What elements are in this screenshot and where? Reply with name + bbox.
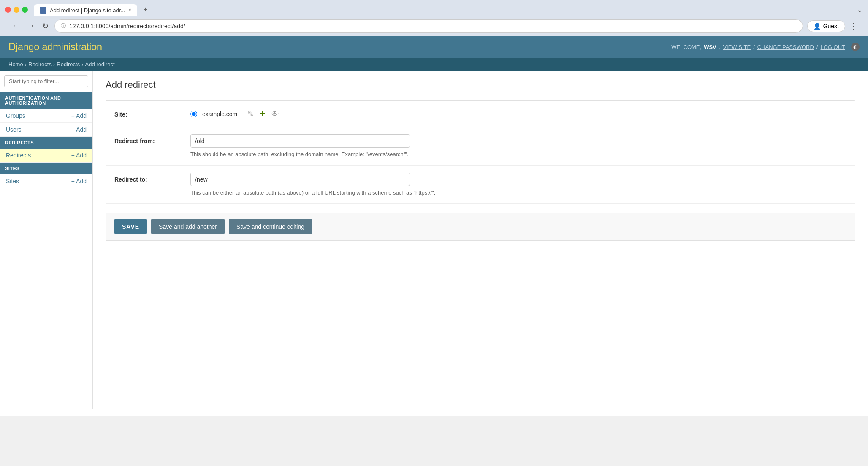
address-bar-row: ← → ↻ ⓘ 127.0.0.1:8000/admin/redirects/r… [5, 19, 863, 36]
breadcrumb-sep-3: › [81, 61, 83, 68]
tab-title: Add redirect | Django site adr... [50, 7, 125, 14]
redirect-to-label: Redirect to: [114, 173, 182, 183]
forward-button[interactable]: → [25, 20, 36, 32]
save-add-another-button[interactable]: Save and add another [151, 219, 225, 234]
admin-user-info: WELCOME, WSV. VIEW SITE / CHANGE PASSWOR… [671, 43, 860, 51]
username: WSV [704, 44, 716, 50]
sidebar: AUTHENTICATION AND AUTHORIZATION Groups … [0, 71, 93, 409]
breadcrumb: Home › Redirects › Redirects › Add redir… [0, 58, 868, 71]
admin-header: Django administration WELCOME, WSV. VIEW… [0, 36, 868, 58]
tab-bar: Add redirect | Django site adr... × + [34, 3, 152, 16]
window-expand-icon[interactable]: ⌄ [857, 5, 863, 14]
breadcrumb-home[interactable]: Home [8, 61, 23, 68]
profile-button[interactable]: 👤 Guest [807, 20, 845, 32]
redirect-from-field: This should be an absolute path, excludi… [190, 134, 846, 159]
sidebar-groups-add-link[interactable]: + Add [71, 112, 87, 119]
close-window-button[interactable] [5, 7, 11, 13]
tab-favicon [40, 7, 46, 14]
sidebar-groups-link[interactable]: Groups [6, 112, 25, 119]
sidebar-filter-input[interactable] [4, 75, 88, 87]
redirect-to-field: This can be either an absolute path (as … [190, 173, 846, 197]
breadcrumb-current: Add redirect [85, 61, 115, 68]
site-field: example.com ✎ + 👁 [190, 108, 846, 120]
redirect-to-input[interactable] [190, 173, 410, 186]
site-label: Site: [114, 108, 182, 118]
redirect-to-help: This can be either an absolute path (as … [190, 189, 444, 197]
redirect-from-label: Redirect from: [114, 134, 182, 144]
tab-close-button[interactable]: × [128, 7, 131, 13]
more-options-button[interactable]: ⋮ [849, 21, 858, 31]
site-view-button[interactable]: 👁 [270, 109, 279, 119]
form-container: Site: example.com ✎ + 👁 [106, 100, 855, 204]
active-tab[interactable]: Add redirect | Django site adr... × [34, 4, 137, 16]
sidebar-section-auth: AUTHENTICATION AND AUTHORIZATION [0, 92, 92, 109]
redirect-from-input[interactable] [190, 134, 410, 148]
sidebar-users-add-link[interactable]: + Add [71, 126, 87, 133]
admin-title: Django administration [8, 41, 102, 53]
change-password-link[interactable]: CHANGE PASSWORD [757, 44, 814, 50]
sidebar-sites-link[interactable]: Sites [6, 178, 19, 184]
traffic-lights [5, 7, 28, 13]
sidebar-section-sites: SITES [0, 163, 92, 174]
redirect-to-row: Redirect to: This can be either an absol… [106, 166, 855, 204]
redirect-from-help: This should be an absolute path, excludi… [190, 150, 444, 159]
save-button[interactable]: SAVE [114, 219, 147, 234]
sidebar-users-link[interactable]: Users [6, 126, 22, 133]
breadcrumb-sep-1: › [25, 61, 27, 68]
breadcrumb-sep-2: › [53, 61, 55, 68]
new-tab-button[interactable]: + [139, 3, 152, 16]
log-out-link[interactable]: LOG OUT [820, 44, 845, 50]
sidebar-item-groups[interactable]: Groups + Add [0, 109, 92, 123]
site-name: example.com [202, 111, 237, 117]
theme-toggle-button[interactable]: ◐ [851, 43, 860, 51]
breadcrumb-redirects-2[interactable]: Redirects [57, 61, 80, 68]
maximize-window-button[interactable] [22, 7, 28, 13]
save-continue-editing-button[interactable]: Save and continue editing [229, 219, 312, 234]
back-button[interactable]: ← [10, 20, 21, 32]
separator-2: / [816, 44, 818, 50]
minimize-window-button[interactable] [14, 7, 19, 13]
redirect-from-row: Redirect from: This should be an absolut… [106, 127, 855, 166]
sidebar-section-redirects: REDIRECTS [0, 137, 92, 149]
url-text: 127.0.0.1:8000/admin/redirects/redirect/… [69, 23, 797, 30]
content-area: Add redirect Site: example.com ✎ + 👁 [93, 71, 868, 409]
refresh-button[interactable]: ↻ [41, 20, 50, 33]
address-bar[interactable]: ⓘ 127.0.0.1:8000/admin/redirects/redirec… [54, 19, 803, 33]
view-site-link[interactable]: VIEW SITE [723, 44, 751, 50]
separator-1: / [753, 44, 755, 50]
security-icon: ⓘ [61, 22, 66, 30]
welcome-text: WELCOME, [671, 44, 701, 50]
browser-chrome: Add redirect | Django site adr... × + ⌄ … [0, 0, 868, 36]
site-add-button[interactable]: + [259, 108, 266, 120]
sidebar-redirects-link[interactable]: Redirects [6, 152, 31, 159]
django-admin: Django administration WELCOME, WSV. VIEW… [0, 36, 868, 416]
profile-icon: 👤 [814, 23, 821, 30]
site-edit-button[interactable]: ✎ [247, 108, 255, 119]
profile-label: Guest [823, 23, 839, 30]
sidebar-filter [0, 71, 92, 92]
site-row-content: example.com ✎ + 👁 [190, 108, 846, 120]
sidebar-item-redirects[interactable]: Redirects + Add [0, 149, 92, 163]
breadcrumb-redirects-1[interactable]: Redirects [28, 61, 52, 68]
sidebar-item-sites[interactable]: Sites + Add [0, 174, 92, 188]
site-field-row: Site: example.com ✎ + 👁 [106, 101, 855, 127]
sidebar-item-users[interactable]: Users + Add [0, 123, 92, 137]
sidebar-sites-add-link[interactable]: + Add [71, 178, 87, 184]
sidebar-redirects-add-link[interactable]: + Add [71, 152, 87, 159]
admin-body: AUTHENTICATION AND AUTHORIZATION Groups … [0, 71, 868, 409]
page-title: Add redirect [106, 79, 855, 90]
site-radio[interactable] [190, 111, 197, 117]
site-actions: ✎ + 👁 [247, 108, 279, 120]
submit-row: SAVE Save and add another Save and conti… [106, 213, 855, 241]
